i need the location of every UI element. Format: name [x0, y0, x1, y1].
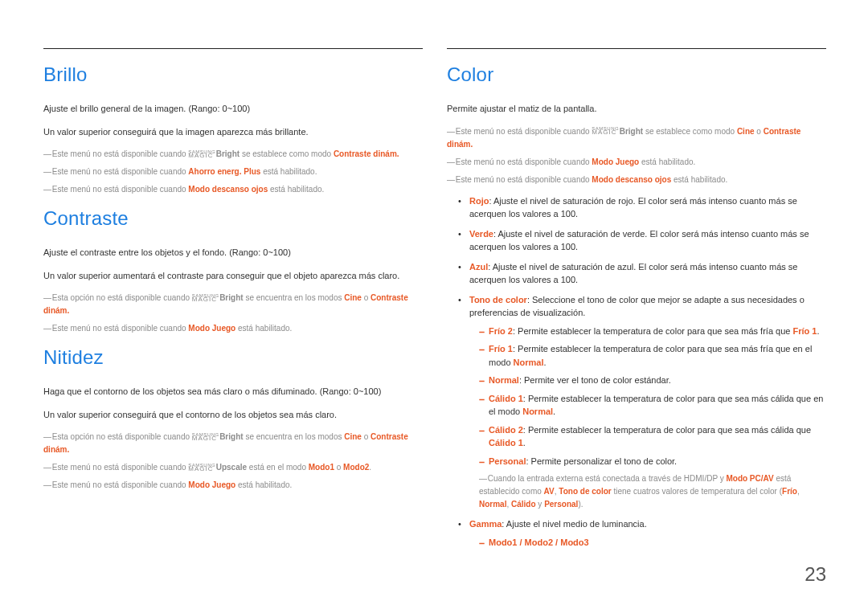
color-note2: Este menú no está disponible cuando Modo… [447, 156, 826, 169]
color-note3: Este menú no está disponible cuando Modo… [447, 174, 826, 186]
sub-frio2: Frío 2: Permite establecer la temperatur… [481, 325, 826, 338]
samsung-magic-icon: SAMSUNGMAGIC [188, 150, 215, 158]
left-column: Brillo Ajuste el brillo general de la im… [43, 48, 423, 581]
contraste-note2: Este menú no está disponible cuando Modo… [43, 322, 423, 335]
contraste-desc2: Un valor superior aumentará el contraste… [43, 269, 423, 283]
samsung-magic-icon: SAMSUNGMAGIC [188, 464, 215, 472]
brillo-desc2: Un valor superior conseguirá que la imag… [43, 125, 423, 139]
gamma-sublist: Modo1 / Modo2 / Modo3 [469, 536, 826, 550]
contraste-desc1: Ajuste el contraste entre los objetos y … [43, 246, 423, 260]
bullet-rojo: Rojo: Ajuste el nivel de saturación de r… [461, 194, 826, 221]
color-desc1: Permite ajustar el matiz de la pantalla. [447, 102, 826, 116]
right-column: Color Permite ajustar el matiz de la pan… [447, 48, 826, 581]
sub-calido1: Cálido 1: Permite establecer la temperat… [481, 392, 826, 419]
bullet-verde: Verde: Ajuste el nivel de saturación de … [461, 227, 826, 254]
color-bullets: Rojo: Ajuste el nivel de saturación de r… [447, 194, 826, 550]
brillo-note1: Este menú no está disponible cuando SAMS… [43, 148, 423, 161]
heading-color: Color [447, 60, 826, 89]
heading-brillo: Brillo [43, 60, 423, 89]
top-rule-left [43, 48, 423, 49]
heading-nitidez: Nitidez [43, 343, 423, 372]
nitidez-note3: Este menú no está disponible cuando Modo… [43, 479, 423, 492]
page-number: 23 [805, 560, 826, 589]
brillo-desc1: Ajuste el brillo general de la imagen. (… [43, 102, 423, 116]
brillo-note3: Este menú no está disponible cuando Modo… [43, 183, 423, 196]
heading-contraste: Contraste [43, 204, 423, 233]
color-note1: Este menú no está disponible cuando SAMS… [447, 125, 826, 151]
bullet-azul: Azul: Ajuste el nivel de saturación de a… [461, 260, 826, 287]
samsung-magic-icon: SAMSUNGMAGIC [592, 127, 619, 135]
samsung-magic-icon: SAMSUNGMAGIC [192, 433, 219, 441]
tono-sublist: Frío 2: Permite establecer la temperatur… [469, 325, 826, 468]
bullet-gamma: Gamma: Ajuste el nivel medio de luminanc… [461, 517, 826, 549]
nitidez-note1: Esta opción no está disponible cuando SA… [43, 431, 423, 456]
samsung-magic-icon: SAMSUNGMAGIC [192, 294, 219, 302]
page: Brillo Ajuste el brillo general de la im… [0, 0, 868, 613]
brillo-note2: Este menú no está disponible cuando Ahor… [43, 166, 423, 178]
sub-modos: Modo1 / Modo2 / Modo3 [481, 536, 826, 550]
nitidez-desc1: Haga que el contorno de los objetos sea … [43, 385, 423, 398]
top-rule-right [447, 48, 826, 49]
bullet-tono: Tono de color: Seleccione el tono de col… [461, 293, 826, 512]
nitidez-desc2: Un valor superior conseguirá que el cont… [43, 408, 423, 422]
sub-normal: Normal: Permite ver el tono de color est… [481, 374, 826, 387]
hdmi-footnote: Cuando la entrada externa está conectada… [469, 472, 826, 511]
sub-personal: Personal: Permite personalizar el tono d… [481, 455, 826, 468]
nitidez-note2: Este menú no está disponible cuando SAMS… [43, 461, 423, 474]
sub-calido2: Cálido 2: Permite establecer la temperat… [481, 423, 826, 450]
contraste-note1: Esta opción no está disponible cuando SA… [43, 292, 423, 317]
sub-frio1: Frío 1: Permite establecer la temperatur… [481, 342, 826, 369]
